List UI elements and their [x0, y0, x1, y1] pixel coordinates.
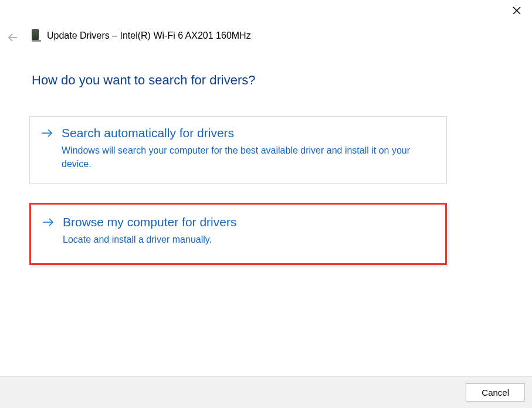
option-browse-computer[interactable]: Browse my computer for drivers Locate an…: [29, 203, 447, 264]
device-icon: [32, 29, 41, 42]
arrow-right-icon: [40, 127, 53, 140]
arrow-right-icon: [42, 216, 55, 229]
dialog-footer: Cancel: [0, 376, 532, 408]
cancel-button[interactable]: Cancel: [466, 383, 525, 402]
option-title: Browse my computer for drivers: [63, 215, 236, 229]
option-description: Windows will search your computer for th…: [62, 144, 425, 171]
page-heading: How do you want to search for drivers?: [32, 73, 256, 88]
dialog-header: Update Drivers – Intel(R) Wi-Fi 6 AX201 …: [32, 29, 251, 42]
back-arrow-icon: [8, 32, 18, 45]
option-description: Locate and install a driver manually.: [63, 233, 426, 246]
option-title: Search automatically for drivers: [62, 126, 234, 140]
dialog-title: Update Drivers – Intel(R) Wi-Fi 6 AX201 …: [47, 30, 251, 41]
options-container: Search automatically for drivers Windows…: [29, 116, 447, 265]
close-button[interactable]: [510, 5, 524, 19]
option-search-automatically[interactable]: Search automatically for drivers Windows…: [29, 116, 447, 184]
close-icon: [512, 6, 521, 18]
back-button[interactable]: [6, 32, 20, 46]
